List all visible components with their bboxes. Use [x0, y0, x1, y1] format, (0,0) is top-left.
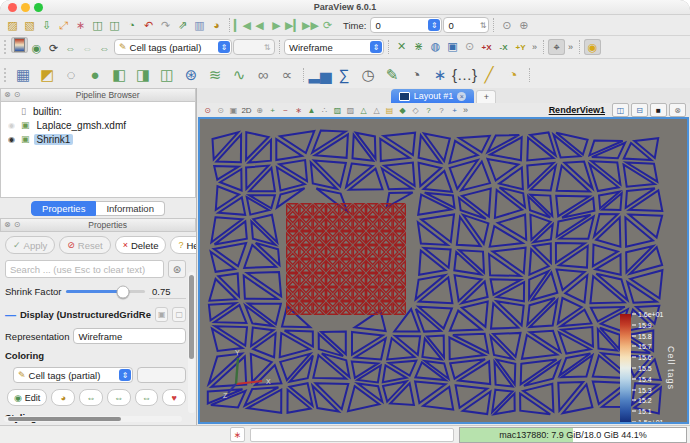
- zoom-to-box-icon[interactable]: ⊙: [461, 38, 478, 54]
- add-layout-tab-button[interactable]: +: [476, 90, 496, 103]
- delete-button[interactable]: ×Delete: [115, 236, 167, 254]
- rotate-camera-icon[interactable]: ◍: [427, 38, 444, 54]
- undo-icon[interactable]: ↶: [140, 17, 157, 33]
- pipeline-item-laplace-gmsh-xdmf[interactable]: ◉▣Laplace_gmsh.xdmf: [1, 118, 195, 132]
- toolbar-handle[interactable]: [4, 68, 6, 82]
- render-view-title[interactable]: RenderView1: [549, 105, 605, 115]
- color-palette-icon[interactable]: ◕: [208, 17, 225, 33]
- server-connect-icon[interactable]: ◫: [89, 17, 106, 33]
- extract-block-icon[interactable]: ∝: [275, 62, 299, 87]
- view-minus-x-icon[interactable]: -X: [495, 40, 512, 56]
- camera-undo-icon[interactable]: ⇗: [174, 17, 191, 33]
- paste-icon[interactable]: ▢: [172, 307, 186, 322]
- redo-icon[interactable]: ↷: [157, 17, 174, 33]
- reset-camera-icon[interactable]: ✕: [393, 38, 410, 54]
- zoom-closest-icon[interactable]: ▣: [444, 38, 461, 54]
- reset-button[interactable]: ⊘Reset: [59, 236, 110, 254]
- toolbar-overflow-chevron[interactable]: »: [566, 42, 575, 52]
- dock-close-icon[interactable]: ⊗: [4, 91, 11, 99]
- next-frame-icon[interactable]: ▶▎: [285, 17, 302, 33]
- edit-color-map-icon[interactable]: ◉: [28, 41, 45, 57]
- view-toolbar-overflow-chevron[interactable]: »: [461, 105, 470, 115]
- capture-animation-icon[interactable]: ⊕: [515, 17, 532, 33]
- save-screenshot-icon[interactable]: ⊙: [201, 104, 214, 116]
- animation-timer-icon[interactable]: ◔: [123, 17, 140, 33]
- pick-center-icon[interactable]: +: [266, 104, 279, 116]
- toggle-orientation-axes-icon[interactable]: ⌖: [548, 39, 565, 55]
- open-file-icon[interactable]: ▨: [4, 17, 21, 33]
- properties-horizontal-scrollbar[interactable]: [4, 416, 182, 422]
- coloring-array-combo[interactable]: ✎ Cell tags (partial) ⇕: [13, 367, 133, 383]
- rescale-to-visible-range-icon[interactable]: ⇔: [96, 41, 113, 57]
- toolbar-handle[interactable]: [4, 40, 6, 54]
- favorites-button[interactable]: ♥: [162, 389, 186, 406]
- extract-subset-icon[interactable]: ◌: [59, 62, 83, 87]
- edit-color-map-button[interactable]: ◉Edit: [7, 389, 47, 406]
- ruler-icon[interactable]: ╱: [477, 62, 501, 87]
- copy-icon[interactable]: ▣: [155, 307, 169, 322]
- close-tab-icon[interactable]: ×: [457, 92, 466, 101]
- view-plus-y-icon[interactable]: +Y: [512, 40, 529, 56]
- select-points-polygon-icon[interactable]: △: [370, 104, 383, 116]
- probe-location-icon[interactable]: ∗: [428, 62, 452, 87]
- maximize-view-button[interactable]: ■: [650, 103, 667, 117]
- dock-close-icon[interactable]: ⊗: [4, 221, 11, 229]
- select-cells-on-icon[interactable]: ▲: [305, 104, 318, 116]
- plot-over-time-icon[interactable]: ◷: [356, 62, 380, 87]
- close-view-button[interactable]: ⊗: [669, 103, 686, 117]
- pipeline-item-shrink1[interactable]: ◉▣Shrink1: [1, 132, 195, 146]
- load-palette-icon[interactable]: ▥: [191, 17, 208, 33]
- contour-icon[interactable]: ≋: [203, 62, 227, 87]
- dock-float-icon[interactable]: ⊙: [14, 221, 21, 229]
- gear-icon[interactable]: ⊛: [168, 260, 186, 278]
- hover-points-icon[interactable]: ?: [435, 104, 448, 116]
- previous-frame-icon[interactable]: ◀: [251, 17, 268, 33]
- calculator-icon[interactable]: ▦: [11, 62, 35, 87]
- render-viewport[interactable]: X Y Z 1.6e+0115.915.815.715.615.515.415.…: [198, 117, 689, 424]
- server-disconnect-icon[interactable]: ◫: [106, 17, 123, 33]
- rescale-over-time-button[interactable]: ⇔: [135, 389, 159, 406]
- coloring-component-combo[interactable]: [137, 367, 186, 383]
- python-annotation-icon[interactable]: {…}: [452, 62, 477, 87]
- abort-button[interactable]: ∗: [230, 427, 245, 442]
- glyph-filter-icon[interactable]: ●: [83, 62, 107, 87]
- plot-selection-over-time-icon[interactable]: ◔: [404, 62, 428, 87]
- probe-icon[interactable]: ∗: [72, 17, 89, 33]
- clip-icon[interactable]: ◧: [107, 62, 131, 87]
- last-frame-icon[interactable]: ▶▶: [302, 17, 319, 33]
- zoom-window-button[interactable]: [34, 3, 43, 12]
- close-window-button[interactable]: [8, 3, 17, 12]
- zoom-to-data-icon[interactable]: ⤢: [55, 17, 72, 33]
- dock-float-icon[interactable]: ⊙: [14, 91, 21, 99]
- view-plus-x-icon[interactable]: +X: [478, 40, 495, 56]
- select-points-through-icon[interactable]: ▨: [344, 104, 357, 116]
- hover-cells-icon[interactable]: ?: [422, 104, 435, 116]
- time-index-spinner[interactable]: 0 ⇅: [443, 17, 489, 33]
- select-points-on-icon[interactable]: ∴: [318, 104, 331, 116]
- rescale-to-data-range-button[interactable]: ⇔: [79, 389, 103, 406]
- reset-center-icon[interactable]: −: [279, 104, 292, 116]
- rescale-to-data-range-icon[interactable]: ⇔: [62, 41, 79, 57]
- select-cells-through-icon[interactable]: ▨: [331, 104, 344, 116]
- shrink-factor-slider[interactable]: [66, 290, 146, 293]
- plot-data-icon[interactable]: ✎: [380, 62, 404, 87]
- play-icon[interactable]: ▶: [268, 17, 285, 33]
- collapse-section-icon[interactable]: —: [5, 309, 16, 321]
- copy-screenshot-icon[interactable]: ⊙: [214, 104, 227, 116]
- capture-screenshot-icon[interactable]: ⊙: [498, 17, 515, 33]
- threshold-icon[interactable]: ◫: [155, 62, 179, 87]
- show-center-icon[interactable]: ∗: [292, 104, 305, 116]
- export-data-icon[interactable]: ⇩: [38, 17, 55, 33]
- group-datasets-icon[interactable]: ∞: [251, 62, 275, 87]
- time-value-combo[interactable]: 0 ⇕: [370, 17, 442, 33]
- choose-preset-button[interactable]: ◕: [51, 389, 75, 406]
- loop-icon[interactable]: ⟳: [319, 17, 336, 33]
- split-horizontal-button[interactable]: ◫: [612, 103, 629, 117]
- help-button[interactable]: ?Help: [170, 236, 196, 254]
- representation-combo[interactable]: Wireframe ⇕: [284, 39, 384, 55]
- color-legend[interactable]: 1.6e+0115.915.815.715.615.515.415.315.21…: [620, 312, 689, 424]
- search-input[interactable]: Search ... (use Esc to clear text): [5, 260, 164, 278]
- toggle-2d-icon[interactable]: 2D: [240, 104, 253, 116]
- select-cells-polygon-icon[interactable]: △: [357, 104, 370, 116]
- toggle-light-kit-icon[interactable]: ◉: [584, 39, 601, 55]
